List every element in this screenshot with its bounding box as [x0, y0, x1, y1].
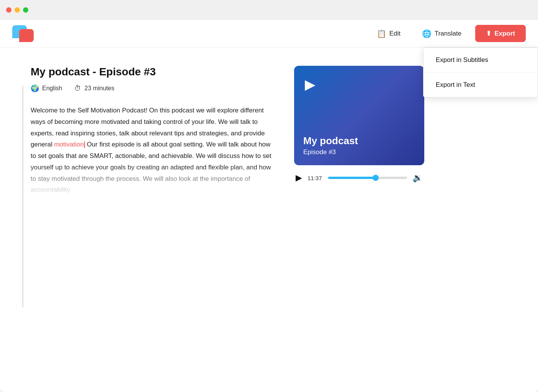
- podcast-title: My podcast - Episode #3: [31, 66, 276, 78]
- app-container: 📋 Edit 🌐 Translate ⬆ Export Export in Su…: [0, 20, 538, 392]
- duration-meta: ⏱ 23 minutes: [74, 85, 114, 93]
- content-right: ▶ My podcast Episode #3 ▶ 11:37 🔉: [294, 66, 424, 196]
- edit-button[interactable]: 📋 Edit: [366, 25, 411, 42]
- sidebar-accent: [22, 86, 23, 307]
- duration-label: 23 minutes: [84, 85, 114, 92]
- edit-icon: 📋: [377, 29, 386, 38]
- language-meta: 🌍 English: [31, 84, 62, 93]
- export-text-item[interactable]: Export in Text: [424, 73, 538, 97]
- clock-icon: ⏱: [74, 85, 81, 93]
- meta-row: 🌍 English ⏱ 23 minutes: [31, 84, 276, 93]
- translate-icon: 🌐: [422, 29, 432, 38]
- logo-bubble-front: [19, 29, 34, 42]
- content-left: My podcast - Episode #3 🌍 English ⏱ 23 m…: [31, 66, 276, 196]
- transcript-fade: [31, 165, 276, 196]
- export-subtitles-item[interactable]: Export in Subtitles: [424, 48, 538, 73]
- globe-icon: 🌍: [31, 84, 39, 93]
- close-button[interactable]: [6, 7, 11, 13]
- thumbnail-play-icon[interactable]: ▶: [305, 76, 316, 93]
- thumbnail-title: My podcast: [303, 135, 358, 147]
- export-dropdown: Export in Subtitles Export in Text: [423, 47, 538, 98]
- volume-button[interactable]: 🔉: [412, 173, 423, 183]
- highlight-word[interactable]: motivation: [54, 141, 83, 148]
- thumbnail-subtitle: Episode #3: [303, 148, 358, 156]
- translate-label: Translate: [435, 30, 461, 37]
- export-label: Export: [494, 30, 515, 37]
- transcript-area: Welcome to the Self Motivation Podcast! …: [31, 105, 276, 196]
- translate-button[interactable]: 🌐 Translate: [411, 25, 472, 42]
- podcast-thumbnail: ▶ My podcast Episode #3: [294, 66, 424, 165]
- minimize-button[interactable]: [15, 7, 20, 13]
- export-button[interactable]: ⬆ Export: [475, 25, 526, 42]
- progress-thumb[interactable]: [373, 175, 379, 181]
- play-pause-button[interactable]: ▶: [296, 173, 302, 183]
- logo-icon: [12, 24, 34, 44]
- app-window: 📋 Edit 🌐 Translate ⬆ Export Export in Su…: [0, 0, 538, 392]
- titlebar: [0, 0, 538, 20]
- logo: [12, 24, 34, 44]
- audio-player: ▶ 11:37 🔉: [294, 173, 424, 183]
- export-icon: ⬆: [486, 29, 491, 37]
- language-label: English: [42, 85, 62, 92]
- current-time: 11:37: [307, 175, 323, 181]
- progress-bar[interactable]: [328, 177, 407, 179]
- thumbnail-text: My podcast Episode #3: [303, 135, 358, 156]
- nav-actions: 📋 Edit 🌐 Translate ⬆ Export: [366, 25, 526, 42]
- progress-fill: [328, 177, 376, 179]
- edit-label: Edit: [389, 30, 401, 37]
- navbar: 📋 Edit 🌐 Translate ⬆ Export Export in Su…: [0, 20, 538, 47]
- maximize-button[interactable]: [23, 7, 28, 13]
